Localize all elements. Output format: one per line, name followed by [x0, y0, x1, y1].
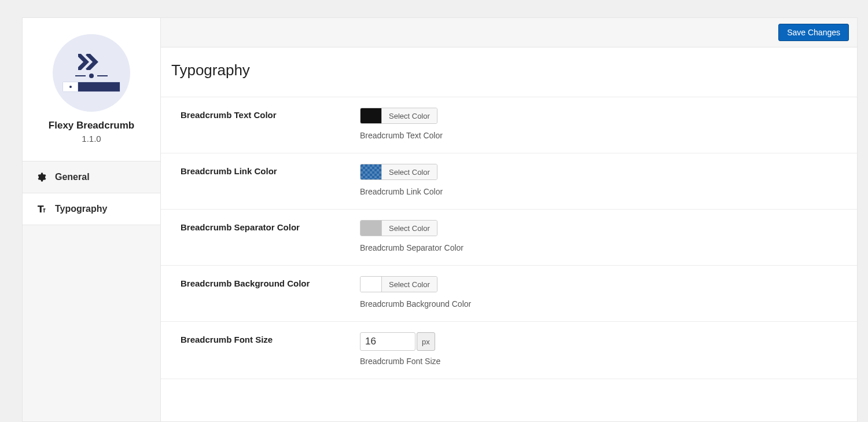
- row-text-color: Breadcrumb Text Color Select Color Bread…: [161, 97, 857, 153]
- color-swatch: [361, 277, 381, 292]
- field-control: Select Color Breadcrumb Text Color: [360, 108, 837, 140]
- sidebar-header: Flexy Breadcrumb 1.1.0: [23, 18, 160, 162]
- logo-chevrons-icon: [78, 54, 105, 70]
- logo-breadcrumb-bar-icon: [62, 82, 120, 92]
- font-size-input[interactable]: [360, 332, 415, 351]
- color-swatch: [361, 221, 381, 236]
- field-control: Select Color Breadcrumb Separator Color: [360, 220, 837, 252]
- field-control: Select Color Breadcrumb Link Color: [360, 164, 837, 196]
- field-description: Breadcrumb Text Color: [360, 131, 837, 140]
- row-font-size: Breadcrumb Font Size px Breadcrumb Font …: [161, 321, 857, 379]
- topbar: Save Changes: [161, 18, 857, 47]
- font-size-unit: px: [417, 332, 435, 351]
- field-label: Breadcrumb Background Color: [181, 276, 360, 309]
- page-title: Typography: [161, 47, 857, 97]
- nav-item-label: General: [55, 172, 90, 182]
- plugin-logo: [53, 34, 130, 112]
- plugin-title: Flexy Breadcrumb: [28, 120, 155, 131]
- select-color-button[interactable]: Select Color: [381, 277, 437, 292]
- nav-item-label: Typography: [55, 204, 107, 214]
- nav-item-typography[interactable]: Typography: [23, 193, 160, 225]
- color-picker-separator[interactable]: Select Color: [360, 220, 437, 236]
- nav-item-general[interactable]: General: [23, 162, 160, 193]
- color-swatch: [361, 108, 381, 123]
- row-link-color: Breadcrumb Link Color Select Color Bread…: [161, 153, 857, 209]
- field-description: Breadcrumb Separator Color: [360, 243, 837, 252]
- sidebar-nav: General Typography: [23, 162, 160, 225]
- select-color-button[interactable]: Select Color: [381, 108, 437, 123]
- field-control: Select Color Breadcrumb Background Color: [360, 276, 837, 309]
- select-color-button[interactable]: Select Color: [381, 164, 437, 179]
- field-label: Breadcrumb Text Color: [181, 108, 360, 140]
- settings-list: Breadcrumb Text Color Select Color Bread…: [161, 97, 857, 379]
- color-picker-background[interactable]: Select Color: [360, 276, 437, 292]
- field-label: Breadcrumb Separator Color: [181, 220, 360, 252]
- field-control: px Breadcrumb Font Size: [360, 332, 837, 366]
- field-label: Breadcrumb Link Color: [181, 164, 360, 196]
- color-picker-text[interactable]: Select Color: [360, 108, 437, 124]
- gears-icon: [35, 172, 47, 182]
- sidebar: Flexy Breadcrumb 1.1.0 General Typograph…: [22, 17, 161, 422]
- select-color-button[interactable]: Select Color: [381, 221, 437, 236]
- save-button[interactable]: Save Changes: [778, 24, 849, 41]
- logo-midline-icon: [75, 74, 108, 78]
- field-description: Breadcrumb Link Color: [360, 187, 837, 196]
- plugin-version: 1.1.0: [28, 134, 155, 144]
- row-background-color: Breadcrumb Background Color Select Color…: [161, 265, 857, 321]
- field-description: Breadcrumb Font Size: [360, 357, 837, 366]
- color-swatch: [361, 164, 381, 179]
- typography-icon: [35, 204, 47, 214]
- field-label: Breadcrumb Font Size: [181, 332, 360, 366]
- field-description: Breadcrumb Background Color: [360, 299, 837, 309]
- row-separator-color: Breadcrumb Separator Color Select Color …: [161, 209, 857, 265]
- main: Save Changes Typography Breadcrumb Text …: [161, 17, 858, 422]
- color-picker-link[interactable]: Select Color: [360, 164, 437, 180]
- app: Flexy Breadcrumb 1.1.0 General Typograph…: [0, 0, 868, 422]
